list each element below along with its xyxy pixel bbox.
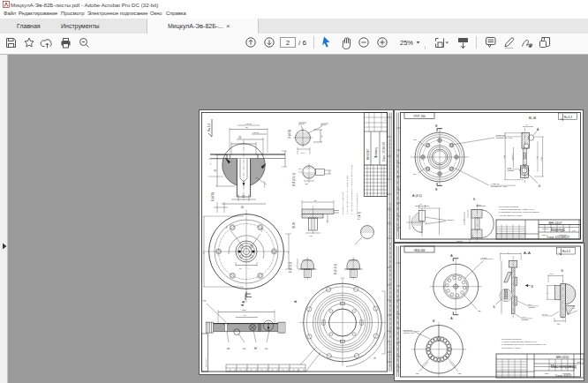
svg-text:А: А: [294, 300, 298, 303]
svg-text:Б: Б: [494, 305, 496, 309]
svg-text:8 отв. М3: 8 отв. М3: [496, 134, 506, 136]
svg-text:h12, остальных ±IT12/2.: h12, остальных ±IT12/2.: [501, 347, 521, 349]
svg-text:Сталь 12Х18Н10Т: Сталь 12Х18Н10Т: [382, 142, 386, 161]
svg-text:М33х1.5: М33х1.5: [511, 153, 513, 161]
svg-text:Б: Б: [539, 184, 541, 188]
svg-text:А–А: А–А: [524, 251, 531, 255]
svg-text:Лист 4: Лист 4: [545, 372, 549, 374]
svg-text:ОЕШ-364: ОЕШ-364: [413, 249, 425, 252]
svg-text:Технические требования: Технические требования: [501, 338, 521, 340]
svg-text:2х45°: 2х45°: [477, 204, 482, 206]
svg-text:/ 6: / 6: [298, 39, 306, 47]
svg-text:Сталь 12Х18Н10Т: Сталь 12Х18Н10Т: [547, 236, 569, 239]
svg-text:4: 4: [248, 267, 250, 269]
svg-text:4: 4: [546, 292, 547, 294]
svg-text:Б: Б: [562, 269, 564, 273]
svg-text:70+03: 70+03: [542, 313, 548, 315]
svg-text:Ra 6.3: Ra 6.3: [562, 250, 570, 253]
svg-text:24: 24: [238, 136, 241, 139]
svg-text:4 отв. М4: 4 отв. М4: [491, 183, 501, 184]
svg-text:Ra10: Ra10: [322, 124, 327, 125]
svg-text:Фланец: Фланец: [374, 147, 378, 158]
svg-text:12: 12: [310, 235, 313, 237]
svg-text:МН-0107: МН-0107: [366, 148, 370, 160]
svg-text:В: В: [435, 188, 438, 192]
svg-text:Технические требования: Технические требования: [342, 192, 343, 214]
svg-text:Ж-Ж: Ж-Ж: [292, 222, 296, 229]
svg-text:+0.012: +0.012: [480, 257, 487, 259]
svg-text:З (4:1): З (4:1): [288, 130, 291, 139]
svg-text:56: 56: [287, 251, 289, 253]
svg-text:РЕ: РЕ: [478, 310, 481, 312]
svg-text:8: 8: [326, 220, 328, 222]
svg-text:В–В: В–В: [529, 116, 536, 120]
svg-text:h12, остальных ±IT12/2.: h12, остальных ±IT12/2.: [356, 192, 358, 214]
svg-text:В: В: [531, 285, 534, 289]
svg-text:И 8 (2.5:1): И 8 (2.5:1): [292, 173, 296, 186]
svg-text:Копировал: Копировал: [562, 372, 570, 374]
svg-text:Технические требования: Технические требования: [499, 206, 518, 207]
svg-text:8: 8: [508, 252, 509, 253]
svg-text:0.3+4°: 0.3+4°: [522, 316, 527, 318]
svg-text:Лист 3: Лист 3: [542, 234, 547, 236]
svg-text:25%: 25%: [400, 39, 413, 47]
svg-text:u: u: [574, 307, 575, 309]
svg-text:40: 40: [241, 206, 244, 209]
svg-text:M3: M3: [225, 225, 228, 229]
svg-text:А: А: [450, 317, 453, 320]
svg-text:Б: Б: [265, 348, 268, 349]
svg-text:1. Острые кромки притупить, ра: 1. Острые кромки притупить, размер 0.3х4…: [346, 174, 349, 214]
svg-text:РВ: РВ: [458, 372, 462, 374]
svg-text:Ra 6.3: Ra 6.3: [564, 116, 572, 119]
svg-text:Г (4:1): Г (4:1): [358, 212, 361, 220]
svg-text:отдельн. отв.: отдельн. отв.: [403, 332, 415, 334]
svg-text:∅36: ∅36: [536, 155, 538, 160]
svg-text:∅45: ∅45: [503, 154, 505, 159]
svg-text:зенковать 90°,0х0.2: зенковать 90°,0х0.2: [496, 137, 513, 139]
svg-text:Б: Б: [473, 198, 476, 201]
svg-text:102: 102: [242, 309, 246, 312]
svg-text:Маслопровод: Маслопровод: [550, 364, 576, 369]
svg-text:В: В: [433, 319, 435, 323]
svg-text:А: А: [242, 300, 245, 303]
svg-text:М2: М2: [413, 139, 417, 140]
svg-text:25: 25: [305, 183, 308, 184]
svg-text:3.8: 3.8: [550, 273, 554, 274]
svg-text:2: 2: [286, 39, 290, 47]
svg-text:1х45°: 1х45°: [508, 167, 513, 169]
svg-text:А: А: [450, 254, 453, 258]
svg-text:√Ra1.6: √Ra1.6: [263, 181, 266, 188]
svg-text:∅8: ∅8: [557, 323, 561, 325]
svg-text:МН-0110: МН-0110: [556, 356, 569, 359]
svg-text:МН-0107: МН-0107: [205, 357, 207, 367]
svg-text:зенковать 90°,0х0.2: зенковать 90°,0х0.2: [491, 185, 508, 188]
svg-text:4: 4: [463, 219, 464, 221]
svg-text:7: 7: [295, 265, 297, 267]
svg-text:2 фаски: 2 фаски: [529, 306, 535, 308]
svg-text:Ra 6.3: Ra 6.3: [207, 124, 211, 131]
svg-text:А (4:1): А (4:1): [412, 194, 422, 198]
svg-text:В (2.5:1): В (2.5:1): [334, 264, 337, 274]
svg-text:А: А: [241, 304, 245, 306]
svg-text:2 фаски: 2 фаски: [508, 169, 514, 171]
svg-text:ЛЛУГ-364: ЛЛУГ-364: [413, 115, 426, 118]
svg-text:Копировал: Копировал: [559, 234, 567, 236]
svg-text:0.3х45°: 0.3х45°: [456, 240, 464, 242]
svg-text:Ra10: Ra10: [300, 123, 305, 124]
svg-text:1:1: 1:1: [384, 117, 387, 121]
svg-text:√Ra 3.2: √Ra 3.2: [447, 219, 454, 222]
svg-text:16: 16: [214, 169, 217, 172]
svg-text:64: 64: [244, 314, 246, 317]
svg-text:2 фаски: 2 фаски: [522, 319, 528, 320]
svg-text:36: 36: [314, 199, 317, 201]
svg-text:12.021 Пн: 12.021 Пн: [403, 329, 413, 331]
svg-text:45°: 45°: [373, 356, 378, 361]
svg-text:110: 110: [202, 251, 205, 254]
svg-text:А: А: [537, 128, 539, 131]
svg-text:12: 12: [209, 162, 211, 165]
svg-text:В: В: [227, 348, 230, 349]
svg-text:10.4: 10.4: [301, 152, 305, 154]
svg-text:0.5x45°: 0.5x45°: [253, 131, 260, 134]
svg-text:1:1: 1:1: [572, 229, 576, 232]
svg-text:4 отв: 4 отв: [260, 227, 262, 232]
